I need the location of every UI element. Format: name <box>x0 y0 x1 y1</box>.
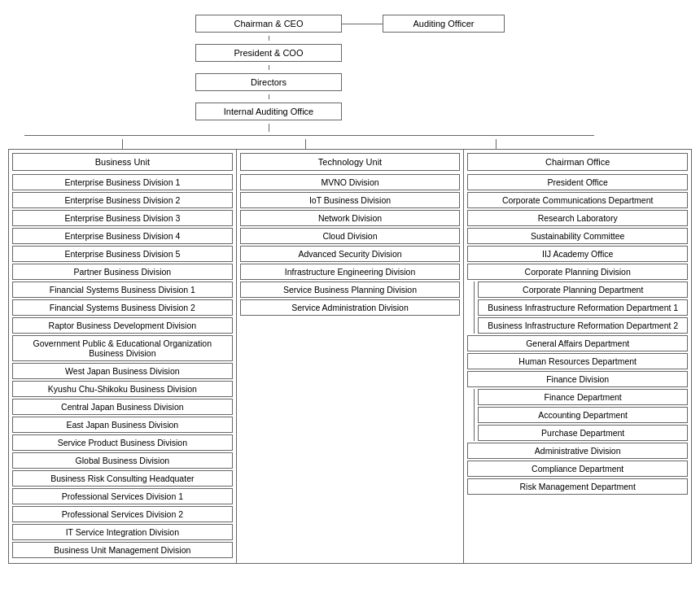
list-item: Accounting Department <box>478 407 688 423</box>
list-item: Cloud Division <box>240 228 461 244</box>
list-item: Enterprise Business Division 4 <box>12 228 233 244</box>
chairman-ceo-box: Chairman & CEO <box>195 15 342 33</box>
list-item: IoT Business Division <box>240 192 461 208</box>
list-item: Administrative Division <box>467 443 688 459</box>
finance-division: Finance Division <box>467 371 688 387</box>
list-item: Professional Services Division 2 <box>12 506 233 522</box>
list-item: Enterprise Business Division 2 <box>12 192 233 208</box>
list-item: Kyushu Chu-Shikoku Business Division <box>12 381 233 397</box>
list-item: Government Public & Educational Organiza… <box>12 335 233 361</box>
technology-unit-items: MVNO DivisionIoT Business DivisionNetwor… <box>240 174 461 316</box>
list-item: President Office <box>467 174 688 190</box>
chairman-office-column: Chairman Office President OfficeCorporat… <box>464 150 691 563</box>
list-item: Global Business Division <box>12 452 233 469</box>
list-item: Service Administration Division <box>240 299 461 316</box>
list-item: Sustainability Committee <box>467 228 688 244</box>
list-item: Raptor Business Development Division <box>12 317 233 334</box>
list-item: Business Infrastructure Reformation Depa… <box>478 317 688 334</box>
business-unit-header: Business Unit <box>12 153 233 171</box>
business-unit-column: Business Unit Enterprise Business Divisi… <box>9 150 237 563</box>
corporate-planning-department: Corporate Planning Department <box>478 282 688 298</box>
corporate-planning-division: Corporate Planning Division <box>467 264 688 280</box>
list-item: Enterprise Business Division 3 <box>12 210 233 226</box>
list-item: Service Product Business Division <box>12 434 233 451</box>
chairman-office-header: Chairman Office <box>467 153 688 171</box>
list-item: Network Division <box>240 210 461 226</box>
list-item: General Affairs Department <box>467 335 688 351</box>
list-item: Business Risk Consulting Headquater <box>12 470 233 487</box>
list-item: Professional Services Division 1 <box>12 488 233 504</box>
list-item: MVNO Division <box>240 174 461 190</box>
list-item: Infrastructure Engineering Division <box>240 264 461 280</box>
list-item: IT Service Integration Division <box>12 524 233 540</box>
list-item: Corporate Communications Department <box>467 192 688 208</box>
list-item: Finance Department <box>478 389 688 405</box>
business-unit-items: Enterprise Business Division 1Enterprise… <box>12 174 233 558</box>
list-item: Advanced Security Division <box>240 246 461 262</box>
list-item: Partner Business Division <box>12 264 233 280</box>
list-item: Human Resources Department <box>467 353 688 369</box>
list-item: Compliance Department <box>467 461 688 477</box>
president-coo-box: President & COO <box>195 44 342 62</box>
list-item: Purchase Department <box>478 425 688 441</box>
list-item: IIJ Academy Office <box>467 246 688 262</box>
technology-unit-column: Technology Unit MVNO DivisionIoT Busines… <box>237 150 465 563</box>
list-item: Risk Management Department <box>467 478 688 495</box>
list-item: Research Laboratory <box>467 210 688 226</box>
list-item: Business Unit Management Division <box>12 542 233 558</box>
list-item: Service Business Planning Division <box>240 282 461 298</box>
list-item: Financial Systems Business Division 1 <box>12 282 233 298</box>
internal-audit-box: Internal Auditing Office <box>195 103 342 120</box>
list-item: West Japan Business Division <box>12 363 233 379</box>
auditing-officer-box: Auditing Officer <box>383 15 505 33</box>
list-item: Enterprise Business Division 1 <box>12 174 233 190</box>
list-item: Financial Systems Business Division 2 <box>12 299 233 316</box>
list-item: East Japan Business Division <box>12 417 233 433</box>
list-item: Central Japan Business Division <box>12 399 233 415</box>
org-chart: Chairman & CEO Auditing Officer Presiden… <box>8 8 692 570</box>
chairman-office-items: President OfficeCorporate Communications… <box>467 174 688 495</box>
list-item: Business Infrastructure Reformation Depa… <box>478 299 688 316</box>
technology-unit-header: Technology Unit <box>240 153 461 171</box>
directors-box: Directors <box>195 73 342 91</box>
list-item: Enterprise Business Division 5 <box>12 246 233 262</box>
